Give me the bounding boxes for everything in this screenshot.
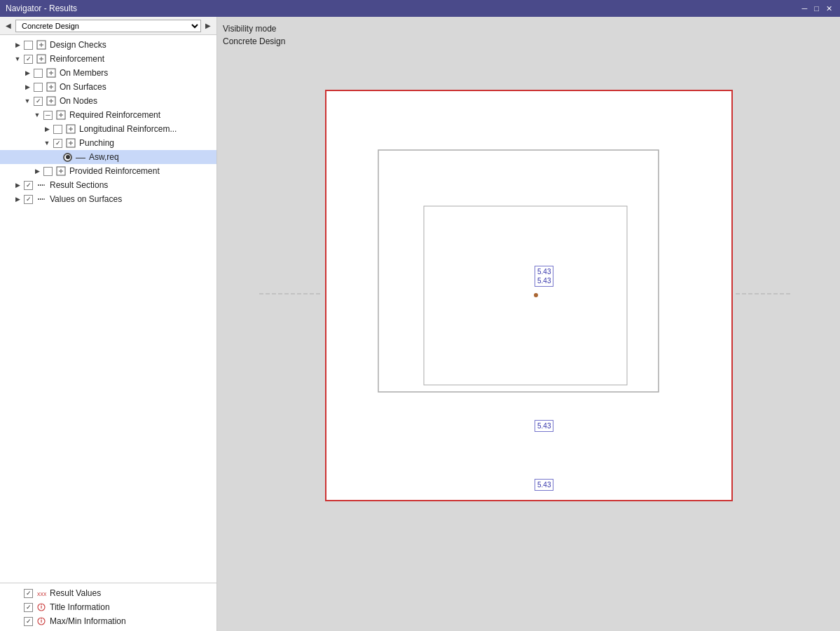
tree-item-on-nodes[interactable]: ▼ On Nodes [0,94,216,108]
node-icon-on-nodes [46,95,57,107]
label-reinforcement: Reinforcement [48,54,104,64]
tree-item-on-members[interactable]: ▶ On Members [0,66,216,80]
checkbox-on-surfaces[interactable] [34,83,43,92]
canvas-svg [217,17,840,631]
label-provided-reinf: Provided Reinforcement [68,166,160,176]
main-layout: ◀ Concrete Design ▶ ▶ Design Checks ▼ [0,17,840,631]
tree-item-result-sections[interactable]: ▶ Result Sections [0,178,216,192]
expand-design-checks[interactable]: ▶ [13,41,22,48]
node-icon-result-values: xxx [36,588,47,599]
svg-rect-37 [378,150,659,392]
expand-result-sections[interactable]: ▶ [13,182,22,189]
tree-item-provided-reinf[interactable]: ▶ Provided Reinforcement [0,164,216,178]
node-icon-result-sections [36,179,47,191]
label-on-nodes: On Nodes [58,96,97,106]
tree-item-punching[interactable]: ▼ Punching [0,136,216,150]
expand-values-on-surfaces[interactable]: ▶ [13,196,22,203]
checkbox-provided-reinf[interactable] [43,167,53,176]
label-result-sections: Result Sections [48,180,108,190]
svg-point-35 [41,618,42,620]
label-max-min-information: Max/Min Information [48,616,126,626]
svg-point-41 [534,293,538,297]
node-icon-values-on-surfaces [36,194,47,205]
value-label-1: 5.43 5.43 [535,266,553,287]
label-result-values: Result Values [48,588,101,598]
node-icon-max-min-information [36,616,47,627]
node-icon-on-members [46,67,57,79]
node-icon-on-surfaces [46,81,57,93]
checkbox-values-on-surfaces[interactable] [24,195,33,204]
label-asw-req: Asw,req [88,152,119,162]
node-icon-punching [65,137,76,149]
value-label-2: 5.43 [535,420,553,432]
tree-item-asw-req[interactable]: — Asw,req [0,150,216,164]
label-punching: Punching [78,138,114,148]
expand-longitudinal[interactable]: ▶ [42,125,52,133]
module-dropdown[interactable]: Concrete Design [15,20,201,32]
expand-on-surfaces[interactable]: ▶ [22,83,32,90]
radio-asw-req[interactable] [63,153,72,162]
expand-punching[interactable]: ▼ [42,140,52,147]
tree-item-title-information[interactable]: Title Information [0,600,216,614]
checkbox-required-reinf[interactable] [43,111,53,120]
node-icon-title-information [36,602,47,613]
canvas-area: Visibility mode Concrete Design 5.43 5.4… [217,17,840,631]
tree-item-values-on-surfaces[interactable]: ▶ Values on Surfaces [0,192,216,206]
svg-point-32 [41,604,42,606]
checkbox-reinforcement[interactable] [24,55,33,64]
node-icon-reinforcement [36,53,47,65]
dropdown-row[interactable]: ◀ Concrete Design ▶ [0,17,216,35]
expand-provided-reinf[interactable]: ▶ [32,168,42,175]
navigator-panel: ◀ Concrete Design ▶ ▶ Design Checks ▼ [0,17,217,631]
tree-item-max-min-information[interactable]: Max/Min Information [0,614,216,628]
title-bar-controls[interactable]: ─ □ ✕ [800,4,834,13]
label-design-checks: Design Checks [48,40,106,50]
node-icon-longitudinal [65,123,76,135]
checkbox-result-sections[interactable] [24,181,33,190]
label-values-on-surfaces: Values on Surfaces [48,194,122,204]
label-required-reinf: Required Reinforcement [68,110,160,120]
expand-on-members[interactable]: ▶ [22,69,32,76]
label-on-members: On Members [58,68,108,78]
expand-reinforcement[interactable]: ▼ [13,55,22,62]
checkbox-design-checks[interactable] [24,41,33,50]
navigator-bottom: xxx Result Values Title Information Max/… [0,583,216,631]
checkbox-punching[interactable] [53,139,62,148]
node-icon-required-reinf [55,109,67,121]
svg-text:xxx: xxx [37,590,46,597]
label-on-surfaces: On Surfaces [58,82,106,92]
label-longitudinal: Longitudinal Reinforcem... [78,124,177,134]
tree-item-longitudinal[interactable]: ▶ Longitudinal Reinforcem... [0,122,216,136]
title-bar: Navigator - Results ─ □ ✕ [0,0,840,17]
close-button[interactable]: ✕ [824,4,834,13]
tree-item-design-checks[interactable]: ▶ Design Checks [0,38,216,52]
node-icon-design-checks [36,39,47,50]
checkbox-on-nodes[interactable] [34,97,43,106]
value-line-3: 5.43 [537,421,551,430]
prev-button[interactable]: ◀ [4,21,13,30]
expand-on-nodes[interactable]: ▼ [22,97,32,104]
checkbox-longitudinal[interactable] [53,125,62,134]
title-bar-left: Navigator - Results [6,4,77,13]
checkbox-on-members[interactable] [34,69,43,78]
value-line-1: 5.43 [537,267,551,276]
tree-item-result-values[interactable]: xxx Result Values [0,586,216,600]
label-title-information: Title Information [48,602,110,612]
next-button[interactable]: ▶ [204,21,212,30]
value-label-3: 5.43 [535,479,553,491]
tree-item-reinforcement[interactable]: ▼ Reinforcement [0,52,216,66]
value-line-2: 5.43 [537,276,551,285]
value-line-4: 5.43 [537,480,551,489]
expand-required-reinf[interactable]: ▼ [32,111,42,118]
title-bar-title: Navigator - Results [6,4,77,13]
checkbox-title-information[interactable] [24,603,33,612]
minimize-button[interactable]: ─ [800,4,810,13]
node-icon-asw-req: — [75,151,86,163]
restore-button[interactable]: □ [812,4,821,13]
tree-area: ▶ Design Checks ▼ Reinforcement ▶ [0,35,216,583]
checkbox-result-values[interactable] [24,589,33,598]
checkbox-max-min-information[interactable] [24,617,33,626]
tree-item-on-surfaces[interactable]: ▶ On Surfaces [0,80,216,94]
node-icon-provided-reinf [55,165,67,177]
tree-item-required-reinf[interactable]: ▼ Required Reinforcement [0,108,216,122]
